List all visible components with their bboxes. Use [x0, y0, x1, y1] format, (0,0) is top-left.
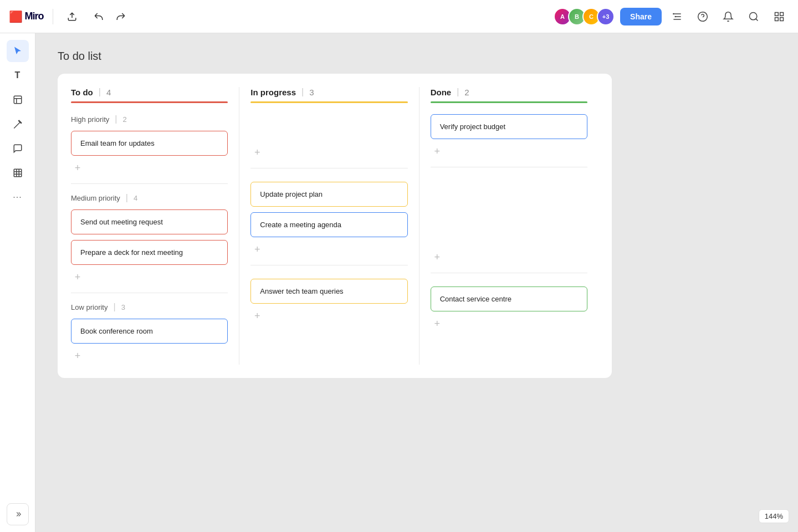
column-done-header: Done | 2 — [431, 87, 587, 97]
add-inprogress-medium[interactable]: + — [250, 243, 264, 256]
add-inprogress-high[interactable]: + — [250, 146, 264, 159]
topbar-actions — [89, 7, 131, 27]
card-update-project-plan[interactable]: Update project plan — [250, 182, 407, 207]
avatars-group: A B C +3 — [554, 8, 615, 25]
topbar-separator — [53, 9, 53, 24]
card-answer-queries[interactable]: Answer tech team queries — [250, 279, 407, 304]
column-todo-title: To do — [71, 88, 93, 97]
section-low-priority-title: Low priority — [71, 303, 108, 311]
column-inprogress-header: In progress | 3 — [250, 87, 407, 97]
column-todo-header: To do | 4 — [71, 87, 228, 97]
frame-tool[interactable] — [7, 162, 29, 184]
inprogress-section-divider-1 — [250, 168, 407, 168]
topbar-right: A B C +3 Share — [554, 7, 789, 27]
zoom-indicator: 144% — [759, 509, 789, 523]
share-button[interactable]: Share — [620, 8, 662, 25]
upload-button[interactable] — [62, 7, 82, 27]
column-todo-divider — [71, 101, 228, 103]
section-low-priority-header: Low priority | 3 — [71, 302, 228, 312]
section-medium-priority-count: 4 — [134, 194, 137, 202]
column-todo: To do | 4 High priority | 2 Email team f… — [71, 87, 239, 365]
help-button[interactable] — [693, 7, 713, 27]
sticky-tool[interactable] — [7, 89, 29, 111]
undo-button[interactable] — [89, 7, 109, 27]
logo-icon: 🟥 — [9, 10, 23, 23]
card-contact-service[interactable]: Contact service centre — [431, 287, 587, 311]
inprogress-section-divider-2 — [250, 265, 407, 265]
svg-point-5 — [698, 12, 708, 21]
svg-rect-10 — [780, 12, 784, 16]
section-low-priority-count: 3 — [121, 303, 125, 311]
add-high-priority-todo[interactable]: + — [71, 161, 84, 175]
section-medium-priority-title: Medium priority — [71, 194, 120, 202]
column-done-title: Done — [431, 88, 452, 97]
column-inprogress-title: In progress — [250, 88, 296, 97]
pen-tool[interactable] — [7, 113, 29, 135]
sidebar: T ··· — [0, 33, 35, 532]
column-inprogress: In progress | 3 + Update project plan Cr… — [239, 87, 419, 365]
svg-rect-15 — [14, 169, 22, 177]
column-inprogress-count: 3 — [309, 88, 314, 97]
done-medium-spacer — [431, 176, 587, 248]
card-email-team[interactable]: Email team for updates — [71, 131, 228, 156]
svg-rect-12 — [780, 17, 784, 21]
cursor-tool[interactable] — [7, 40, 29, 62]
done-section-divider-1 — [431, 167, 587, 167]
column-done-divider — [431, 101, 587, 103]
card-prepare-deck[interactable]: Prepare a deck for next meeting — [71, 240, 228, 265]
sidebar-expand-button[interactable] — [7, 503, 29, 525]
section-medium-low-divider — [71, 293, 228, 293]
topbar: 🟥 Miro A B C +3 Share — [0, 0, 798, 33]
svg-point-4 — [674, 16, 676, 17]
topbar-left: 🟥 Miro — [9, 7, 131, 27]
svg-point-7 — [750, 12, 757, 19]
card-send-meeting-request[interactable]: Send out meeting request — [71, 209, 228, 234]
logo: 🟥 Miro — [9, 10, 44, 23]
text-tool[interactable]: T — [7, 64, 29, 86]
column-done: Done | 2 Verify project budget + + Conta… — [420, 87, 598, 365]
avatar-extra: +3 — [597, 8, 615, 25]
logo-text: Miro — [25, 11, 44, 22]
add-done-medium[interactable]: + — [431, 250, 444, 264]
section-high-priority-header: High priority | 2 — [71, 114, 228, 124]
add-done-low[interactable]: + — [431, 317, 444, 330]
add-inprogress-low[interactable]: + — [250, 309, 264, 323]
svg-line-8 — [756, 18, 758, 21]
redo-button[interactable] — [111, 7, 131, 27]
notifications-button[interactable] — [718, 7, 738, 27]
inprogress-high-spacer — [250, 114, 407, 144]
svg-rect-11 — [775, 17, 779, 21]
card-create-agenda[interactable]: Create a meeting agenda — [250, 212, 407, 237]
canvas: To do list To do | 4 High priority | 2 E… — [35, 33, 798, 532]
svg-rect-9 — [775, 12, 779, 16]
done-section-divider-2 — [431, 273, 587, 273]
section-high-medium-divider — [71, 183, 228, 184]
settings-button[interactable] — [667, 7, 687, 27]
add-medium-priority-todo[interactable]: + — [71, 270, 84, 284]
svg-rect-13 — [14, 96, 22, 104]
column-done-count: 2 — [464, 88, 469, 97]
card-book-conference[interactable]: Book conference room — [71, 319, 228, 344]
board-title: To do list — [58, 50, 776, 63]
section-high-priority-count: 2 — [123, 115, 127, 124]
more-tools[interactable]: ··· — [7, 186, 29, 208]
card-verify-budget[interactable]: Verify project budget — [431, 114, 587, 139]
svg-point-3 — [673, 13, 674, 14]
section-high-priority-title: High priority — [71, 115, 109, 124]
column-todo-count: 4 — [106, 88, 111, 97]
comment-tool[interactable] — [7, 137, 29, 160]
board-container: To do | 4 High priority | 2 Email team f… — [58, 74, 612, 378]
search-button[interactable] — [744, 7, 764, 27]
column-inprogress-divider — [250, 101, 407, 103]
panels-button[interactable] — [769, 7, 789, 27]
section-medium-priority-header: Medium priority | 4 — [71, 193, 228, 203]
add-done-high[interactable]: + — [431, 145, 444, 158]
add-low-priority-todo[interactable]: + — [71, 349, 84, 362]
